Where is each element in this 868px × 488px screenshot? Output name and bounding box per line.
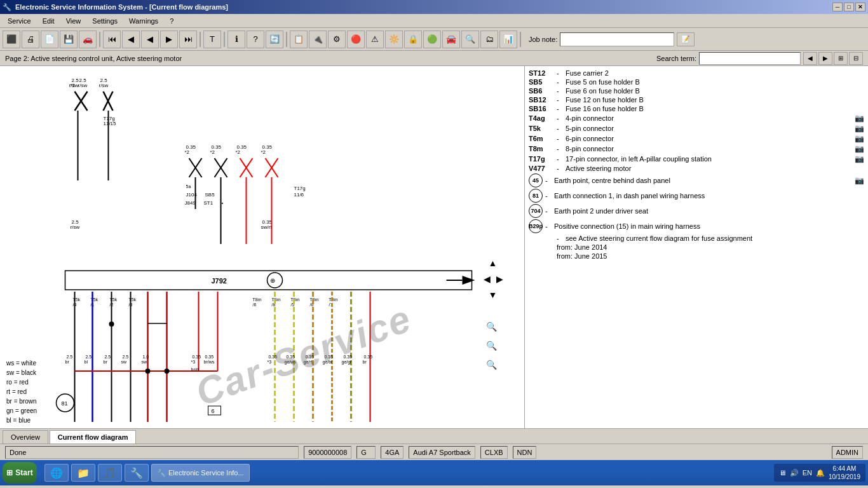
svg-text:🔍: 🔍 <box>486 322 498 332</box>
taskbar-explorer[interactable]: 📁 <box>71 464 95 482</box>
toolbar-b3[interactable]: ⚙ <box>328 30 346 48</box>
taskbar-esis-app[interactable]: 🔧 <box>125 464 149 482</box>
svg-text:0.35: 0.35 <box>344 355 353 359</box>
diagram-area: 2.5 *2 2.5 r/sw r/sw 2.5 r/sw T17g 11/15… <box>0 66 525 428</box>
camera-icon[interactable]: 📷 <box>855 176 864 185</box>
svg-text:5a: 5a <box>186 184 191 189</box>
svg-text:T8m: T8m <box>329 297 338 302</box>
start-button[interactable]: ⊞ Start <box>3 462 37 484</box>
camera-icon[interactable]: 📷 <box>855 154 864 163</box>
component-code: T17g <box>529 155 554 163</box>
toolbar-b9[interactable]: 🚘 <box>442 30 460 48</box>
status-done: Done <box>5 446 299 459</box>
job-note-submit[interactable]: 📝 <box>677 32 695 46</box>
toolbar-info[interactable]: ℹ <box>227 30 245 48</box>
toolbar-b5[interactable]: ⚠ <box>366 30 384 48</box>
menu-warnings[interactable]: Warnings <box>124 16 163 26</box>
status-model-code: 4GA <box>381 446 403 459</box>
svg-text:11/6: 11/6 <box>294 192 304 198</box>
toolbar-b4[interactable]: 🔴 <box>347 30 365 48</box>
menu-settings[interactable]: Settings <box>87 16 123 26</box>
search-expand-button[interactable]: ⊞ <box>834 52 848 65</box>
separator-5 <box>520 32 521 47</box>
toolbar-text[interactable]: T <box>203 30 221 48</box>
main-content: 2.5 *2 2.5 r/sw r/sw 2.5 r/sw T17g 11/15… <box>0 66 868 428</box>
tab-bar: Overview Current flow diagram <box>0 428 868 444</box>
app-icon: 🔧 <box>3 3 11 11</box>
toolbar-b2[interactable]: 🔌 <box>309 30 327 48</box>
toolbar-open[interactable]: 📄 <box>41 30 58 48</box>
minimize-button[interactable]: ─ <box>832 3 843 11</box>
camera-icon[interactable]: 📷 <box>855 124 864 133</box>
toolbar-save[interactable]: 💾 <box>60 30 78 48</box>
toolbar-b10[interactable]: 🔍 <box>461 30 479 48</box>
toolbar-b1[interactable]: 📋 <box>290 30 308 48</box>
toolbar: ⬛ 🖨 📄 💾 🚗 ⏮ ◀ ◀ ▶ ⏭ T ℹ ? 🔄 📋 🔌 ⚙ 🔴 ⚠ 🔆 … <box>0 28 868 51</box>
separator-3 <box>224 32 225 47</box>
restore-button[interactable]: □ <box>844 3 854 11</box>
component-row: from: June 2014 <box>527 243 865 252</box>
status-g: G <box>356 446 376 459</box>
svg-text:2.5: 2.5 <box>67 355 73 359</box>
search-collapse-button[interactable]: ⊟ <box>849 52 863 65</box>
close-button[interactable]: ✕ <box>855 3 865 11</box>
component-row: -see Active steering current flow diagra… <box>527 234 865 243</box>
circuit-diagram: 2.5 *2 2.5 r/sw r/sw 2.5 r/sw T17g 11/15… <box>0 66 524 428</box>
search-next-button[interactable]: ▶ <box>818 52 832 65</box>
toolbar-help[interactable]: ? <box>247 30 264 48</box>
search-input[interactable] <box>699 52 801 65</box>
toolbar-b12[interactable]: 📊 <box>499 30 517 48</box>
camera-icon[interactable]: 📷 <box>855 114 864 123</box>
taskbar-ie[interactable]: 🌐 <box>44 464 69 482</box>
job-note-input[interactable] <box>560 32 674 46</box>
menu-edit[interactable]: Edit <box>37 16 60 26</box>
toolbar-last[interactable]: ⏭ <box>179 30 197 48</box>
toolbar-car[interactable]: 🚗 <box>79 30 97 48</box>
svg-text:r/sw: r/sw <box>99 83 109 88</box>
taskbar-media[interactable]: 🎵 <box>98 464 122 482</box>
component-dash: - <box>557 234 563 242</box>
toolbar-b11[interactable]: 🗂 <box>480 30 498 48</box>
svg-text:1.0: 1.0 <box>143 355 149 359</box>
camera-icon[interactable]: 📷 <box>855 134 864 143</box>
status-bar: Done 9000000008 G 4GA Audi A7 Sportback … <box>0 444 868 460</box>
menu-help[interactable]: ? <box>165 16 179 26</box>
toolbar-prev2[interactable]: ◀ <box>141 30 159 48</box>
svg-text:2.5: 2.5 <box>105 355 111 359</box>
tab-overview[interactable]: Overview <box>3 430 48 444</box>
toolbar-next[interactable]: ▶ <box>160 30 178 48</box>
camera-icon[interactable]: 📷 <box>855 144 864 153</box>
svg-text:2.5: 2.5 <box>86 355 92 359</box>
svg-text:6: 6 <box>212 408 215 414</box>
svg-text:0.35: 0.35 <box>287 355 295 359</box>
menu-view[interactable]: View <box>61 16 86 26</box>
toolbar-b8[interactable]: 🟢 <box>423 30 441 48</box>
component-desc: 5-pin connector <box>566 125 852 132</box>
volume-icon: 🔊 <box>790 469 799 477</box>
taskbar-active-app[interactable]: 🔧 Electronic Service Info... <box>151 464 250 482</box>
toolbar-b7[interactable]: 🔒 <box>404 30 422 48</box>
search-prev-button[interactable]: ◀ <box>803 52 817 65</box>
toolbar-prev[interactable]: ◀ <box>122 30 140 48</box>
component-row: 81-Earth connection 1, in dash panel wir… <box>527 188 865 203</box>
component-code: SB6 <box>529 87 554 95</box>
component-row: SB5-Fuse 5 on fuse holder B <box>527 78 865 86</box>
toolbar-first[interactable]: ⏮ <box>103 30 121 48</box>
component-circle: 45 <box>529 173 543 187</box>
component-code: SB16 <box>529 105 554 112</box>
svg-text:▼: ▼ <box>489 290 498 300</box>
menu-service[interactable]: Service <box>3 16 36 26</box>
component-row: T4ag-4-pin connector📷 <box>527 113 865 123</box>
component-dash: - <box>545 207 552 215</box>
component-dash: - <box>557 87 563 95</box>
toolbar-b6[interactable]: 🔆 <box>385 30 403 48</box>
toolbar-back[interactable]: ⬛ <box>3 30 20 48</box>
component-code: T6m <box>529 135 554 142</box>
svg-text:0.35: 0.35 <box>306 355 315 359</box>
app-title: Electronic Service Information System - … <box>15 3 228 11</box>
toolbar-print[interactable]: 🖨 <box>22 30 39 48</box>
svg-text:SB5: SB5 <box>205 192 215 198</box>
tab-current-flow[interactable]: Current flow diagram <box>50 430 137 444</box>
svg-text:🔍: 🔍 <box>486 360 498 370</box>
toolbar-refresh[interactable]: 🔄 <box>266 30 283 48</box>
